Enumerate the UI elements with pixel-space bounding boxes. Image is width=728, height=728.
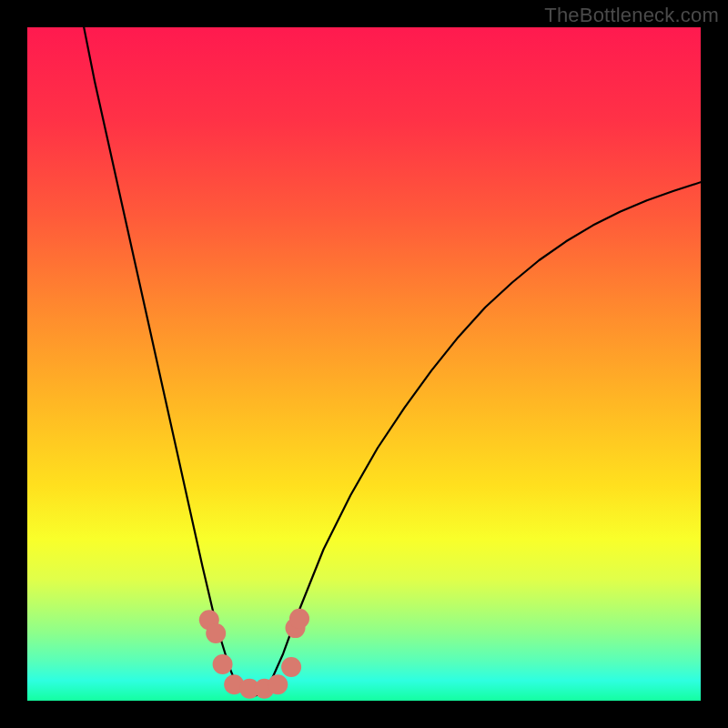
marker-dot	[289, 609, 309, 629]
chart-frame: TheBottleneck.com	[0, 0, 728, 728]
marker-dot	[206, 623, 226, 643]
marker-dot	[281, 657, 301, 677]
marker-dot	[268, 674, 288, 694]
chart-svg	[27, 27, 701, 701]
watermark-text: TheBottleneck.com	[544, 4, 719, 27]
marker-dot	[213, 654, 233, 674]
plot-area	[27, 27, 701, 701]
gradient-background	[27, 27, 701, 701]
